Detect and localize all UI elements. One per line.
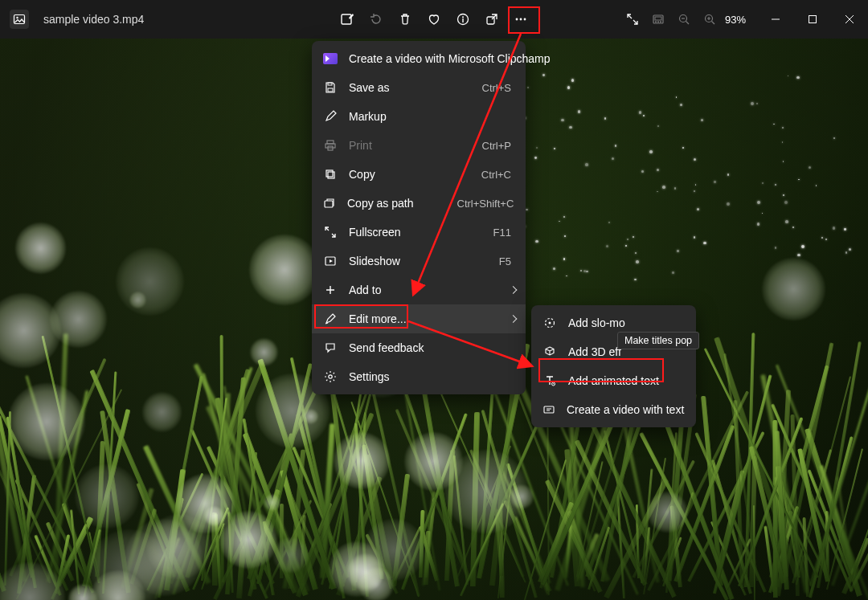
menu-settings[interactable]: Settings: [312, 362, 526, 391]
app-icon: [10, 10, 29, 29]
more-menu: Create a video with Microsoft Clipchamp …: [312, 41, 526, 394]
slideshow-icon: [323, 255, 338, 267]
svg-rect-18: [328, 83, 332, 85]
zoom-label: 93%: [725, 14, 746, 26]
clipchamp-icon: [323, 53, 338, 64]
svg-rect-19: [328, 88, 333, 92]
svg-rect-14: [660, 22, 661, 23]
favorite-button[interactable]: [422, 7, 446, 31]
see-more-button[interactable]: [509, 7, 533, 31]
edit-more-submenu: Add slo-mo Add 3D eff Add animated text …: [531, 305, 696, 427]
menu-add-to[interactable]: Add to: [312, 276, 526, 304]
submenu-animated-text[interactable]: Add animated text: [531, 366, 696, 395]
copy-icon: [323, 168, 338, 181]
share-button[interactable]: [480, 7, 504, 31]
info-button[interactable]: [451, 7, 475, 31]
svg-point-7: [516, 18, 518, 21]
submenu-tooltip: Make titles pop: [617, 332, 699, 349]
filmstrip-button[interactable]: [646, 7, 670, 31]
toolbar: [335, 7, 533, 31]
fullscreen-toggle-button[interactable]: [620, 7, 645, 31]
video-text-icon: [542, 403, 555, 416]
menu-print: Print Ctrl+P: [312, 131, 526, 160]
print-icon: [323, 139, 338, 152]
gear-icon: [323, 370, 338, 383]
menu-copy-path[interactable]: Copy as path Ctrl+Shift+C: [312, 189, 526, 218]
menu-markup[interactable]: Markup: [312, 102, 526, 131]
menu-send-feedback[interactable]: Send feedback: [312, 333, 526, 362]
svg-rect-12: [655, 22, 657, 23]
file-title: sample video 3.mp4: [43, 13, 144, 26]
svg-rect-23: [326, 170, 333, 177]
svg-point-4: [462, 16, 464, 18]
svg-rect-13: [657, 22, 659, 23]
svg-rect-2: [342, 14, 351, 24]
svg-rect-5: [462, 18, 463, 22]
maximize-button[interactable]: [794, 6, 831, 32]
svg-rect-17: [809, 16, 817, 23]
svg-point-8: [520, 18, 522, 21]
titlebar-right: 93%: [620, 0, 868, 39]
svg-point-1: [16, 17, 18, 18]
svg-point-27: [329, 375, 332, 378]
rotate-button[interactable]: [364, 7, 388, 31]
edit-more-icon: [323, 312, 338, 325]
eff3d-icon: [542, 345, 557, 358]
fullscreen-icon: [323, 226, 338, 239]
svg-rect-11: [655, 17, 661, 20]
menu-save-as[interactable]: Save as Ctrl+S: [312, 73, 526, 102]
photos-app-window: sample video 3.mp4: [0, 0, 868, 600]
submenu-video-text[interactable]: Create a video with text: [531, 395, 696, 424]
zoom-out-button[interactable]: [672, 7, 696, 31]
menu-fullscreen[interactable]: Fullscreen F11: [312, 218, 526, 247]
feedback-icon: [323, 341, 338, 354]
menu-clipchamp[interactable]: Create a video with Microsoft Clipchamp: [312, 44, 526, 73]
save-icon: [323, 81, 338, 94]
delete-button[interactable]: [393, 7, 417, 31]
markup-icon: [323, 110, 338, 123]
zoom-in-button[interactable]: [698, 7, 722, 31]
svg-rect-25: [325, 201, 333, 207]
minimize-button[interactable]: [757, 6, 794, 32]
svg-rect-24: [328, 172, 334, 178]
close-button[interactable]: [831, 6, 868, 32]
plus-icon: [323, 284, 338, 296]
svg-point-9: [524, 18, 526, 21]
edit-image-button[interactable]: [335, 7, 359, 31]
slomo-icon: [542, 316, 557, 329]
svg-rect-31: [544, 406, 554, 413]
copy-path-icon: [323, 197, 336, 210]
menu-edit-more[interactable]: Edit more...: [312, 304, 526, 333]
menu-copy[interactable]: Copy Ctrl+C: [312, 160, 526, 189]
titlebar: sample video 3.mp4: [0, 0, 868, 39]
svg-point-29: [549, 322, 551, 324]
svg-rect-20: [327, 141, 334, 144]
menu-slideshow[interactable]: Slideshow F5: [312, 247, 526, 276]
animated-text-icon: [542, 374, 557, 387]
